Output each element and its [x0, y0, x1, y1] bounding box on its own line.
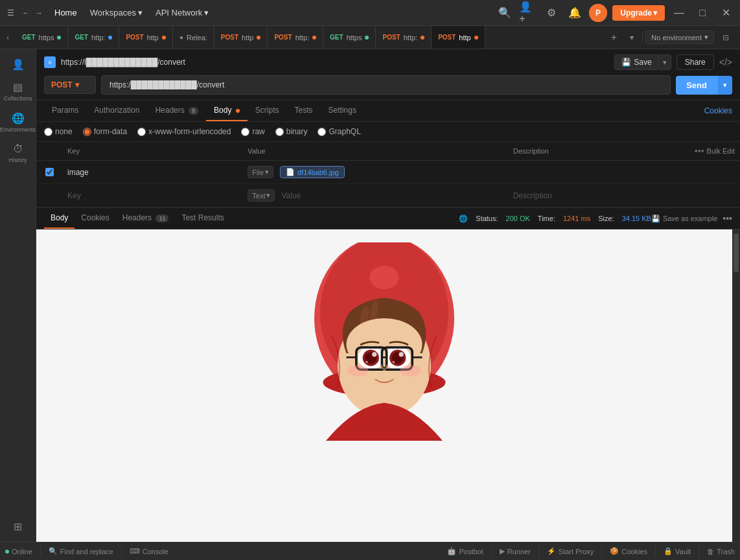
- tabs-nav-left[interactable]: ‹: [0, 26, 16, 49]
- hamburger-icon[interactable]: ☰: [5, 8, 16, 18]
- add-tab-button[interactable]: +: [606, 30, 621, 45]
- settings-icon[interactable]: ⚙: [542, 4, 561, 22]
- maximize-button[interactable]: □: [693, 4, 711, 22]
- svg-point-25: [347, 365, 368, 377]
- tab-4[interactable]: POST http: [214, 26, 268, 49]
- tab-method-3: ●: [179, 34, 183, 41]
- send-dropdown-button[interactable]: ▾: [717, 76, 732, 95]
- forward-button[interactable]: →: [34, 8, 44, 18]
- radio-raw-input[interactable]: [241, 128, 249, 136]
- tab-authorization[interactable]: Authorization: [86, 100, 147, 121]
- status-code: 200 OK: [506, 215, 530, 222]
- environment-selector[interactable]: No environment ▾: [645, 30, 714, 44]
- sidebar-item-collections[interactable]: ▤ Collections: [3, 77, 34, 106]
- tab-body[interactable]: Body: [206, 100, 248, 121]
- tab-dot-7: [421, 36, 424, 40]
- more-options-button[interactable]: •••: [723, 213, 732, 224]
- cookies-link[interactable]: Cookies: [704, 106, 732, 115]
- request-title-row: ≡ https://l█████████████/convert 💾 Save …: [44, 54, 732, 70]
- tab-headers[interactable]: Headers 8: [147, 100, 206, 121]
- radio-graphql-input[interactable]: [318, 128, 326, 136]
- tab-8[interactable]: POST http: [432, 26, 485, 49]
- upgrade-button[interactable]: Upgrade ▾: [612, 5, 665, 21]
- method-label: POST: [51, 80, 73, 89]
- save-dropdown-button[interactable]: ▾: [659, 54, 671, 70]
- svg-point-13: [372, 352, 376, 356]
- tab-settings[interactable]: Settings: [321, 100, 364, 121]
- tabs-nav-right[interactable]: ▾: [624, 26, 640, 49]
- postbot-button[interactable]: 🤖 Postbot: [447, 546, 483, 557]
- tab-1[interactable]: GET http:: [68, 26, 119, 49]
- row-checkbox[interactable]: [45, 168, 54, 176]
- radio-form-data-input[interactable]: [83, 128, 91, 136]
- window-controls: ☰: [5, 8, 16, 18]
- resp-tab-body[interactable]: Body: [44, 208, 75, 229]
- svg-text:≡: ≡: [49, 60, 52, 65]
- request-icon: ≡: [44, 56, 56, 68]
- nav-home[interactable]: Home: [49, 5, 82, 20]
- find-replace-button[interactable]: 🔍 Find and replace: [49, 547, 113, 555]
- cookies-button[interactable]: 🍪 Cookies: [610, 546, 647, 557]
- trash-button[interactable]: 🗑 Trash: [707, 546, 735, 557]
- method-selector[interactable]: POST ▾: [44, 76, 96, 94]
- radio-graphql[interactable]: GraphQL: [318, 127, 360, 136]
- url-input[interactable]: [101, 75, 671, 95]
- sidebar-item-history[interactable]: ⏱ History: [3, 139, 34, 167]
- scrollbar-thumb[interactable]: [734, 233, 739, 272]
- bulk-edit-button[interactable]: Bulk Edit: [707, 147, 735, 155]
- radio-url-encoded-input[interactable]: [137, 128, 146, 136]
- proxy-button[interactable]: ⚡ Start Proxy: [547, 546, 594, 557]
- close-button[interactable]: ✕: [717, 4, 735, 22]
- vault-icon: 🔒: [664, 547, 673, 555]
- resp-tab-test-results[interactable]: Test Results: [175, 208, 230, 229]
- response-scrollbar[interactable]: [732, 229, 740, 542]
- radio-raw[interactable]: raw: [241, 127, 264, 136]
- back-button[interactable]: ←: [21, 8, 31, 18]
- tab-3[interactable]: ● Relea:: [173, 26, 214, 49]
- tab-6[interactable]: GET https: [323, 26, 376, 49]
- minimize-button[interactable]: —: [670, 4, 688, 22]
- search-icon[interactable]: 🔍: [496, 4, 514, 22]
- notifications-icon[interactable]: 🔔: [566, 4, 584, 22]
- runner-button[interactable]: ▶ Runner: [500, 546, 531, 557]
- radio-none[interactable]: none: [44, 127, 73, 136]
- params-table: Key Value Description ••• Bulk Edit imag…: [36, 142, 740, 207]
- resp-tab-headers[interactable]: Headers 11: [116, 208, 176, 229]
- radio-form-data[interactable]: form-data: [83, 127, 127, 136]
- view-toggle-button[interactable]: ⊟: [717, 29, 735, 47]
- file-type-selector[interactable]: File ▾: [248, 166, 273, 178]
- empty-key[interactable]: Key: [62, 189, 242, 203]
- radio-binary[interactable]: binary: [275, 127, 308, 136]
- tab-params[interactable]: Params: [44, 100, 86, 121]
- invite-icon[interactable]: 👤+: [519, 4, 537, 22]
- save-button[interactable]: 💾 Save: [614, 54, 658, 70]
- code-icon[interactable]: </>: [719, 57, 732, 67]
- tab-2[interactable]: POST http: [119, 26, 173, 49]
- empty-file-type-selector[interactable]: Text ▾: [248, 189, 275, 202]
- tab-7[interactable]: POST http:: [376, 26, 432, 49]
- console-button[interactable]: ⌨ Console: [130, 547, 168, 555]
- tab-0[interactable]: GET https: [16, 26, 68, 49]
- send-button[interactable]: Send: [676, 76, 717, 95]
- online-status: Online: [5, 548, 32, 555]
- nav-workspaces[interactable]: Workspaces ▾: [85, 5, 148, 20]
- avatar[interactable]: P: [589, 4, 607, 22]
- method-arrow: ▾: [75, 80, 79, 89]
- resp-tab-cookies[interactable]: Cookies: [75, 208, 115, 229]
- tab-tests[interactable]: Tests: [287, 100, 321, 121]
- row-check[interactable]: [36, 168, 62, 176]
- sidebar-item-marketplace[interactable]: ⊞: [3, 517, 34, 537]
- file-badge[interactable]: 📄 df14bab6.jpg: [280, 166, 345, 178]
- radio-none-input[interactable]: [44, 128, 52, 136]
- vault-button[interactable]: 🔒 Vault: [664, 546, 691, 557]
- tab-5[interactable]: POST http:: [268, 26, 323, 49]
- radio-url-encoded[interactable]: x-www-form-urlencoded: [137, 127, 231, 136]
- tab-url-4: http: [242, 34, 253, 41]
- tab-scripts[interactable]: Scripts: [248, 100, 287, 121]
- sidebar-item-environments[interactable]: 🌐 Environments: [3, 108, 34, 137]
- share-button[interactable]: Share: [676, 54, 714, 70]
- save-as-example-button[interactable]: 💾 Save as example: [651, 215, 717, 223]
- sidebar-item-account[interactable]: 👤: [3, 54, 34, 75]
- radio-binary-input[interactable]: [275, 128, 284, 136]
- nav-api-network[interactable]: API Network ▾: [150, 5, 214, 20]
